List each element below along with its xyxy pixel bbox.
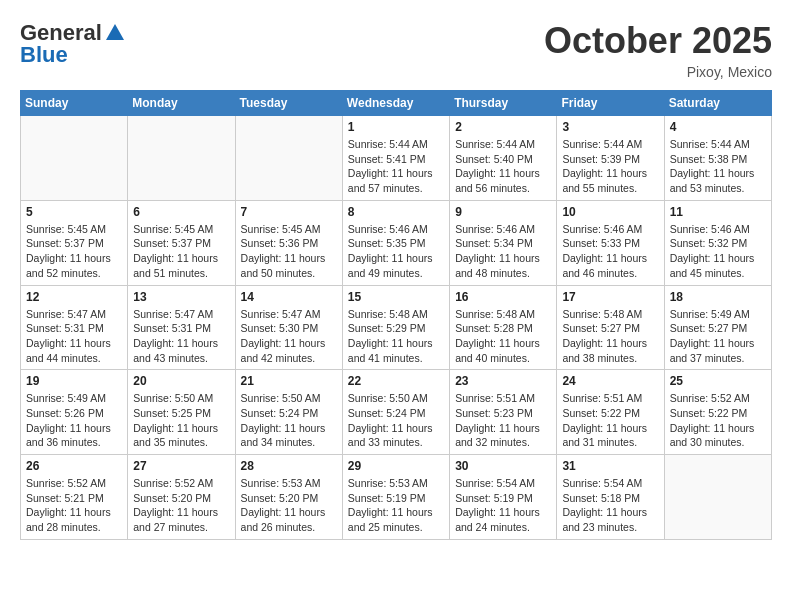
calendar-cell: 15Sunrise: 5:48 AM Sunset: 5:29 PM Dayli… [342, 285, 449, 370]
day-number: 30 [455, 459, 551, 473]
day-number: 1 [348, 120, 444, 134]
calendar-cell: 2Sunrise: 5:44 AM Sunset: 5:40 PM Daylig… [450, 116, 557, 201]
day-info: Sunrise: 5:44 AM Sunset: 5:40 PM Dayligh… [455, 137, 551, 196]
calendar-cell: 22Sunrise: 5:50 AM Sunset: 5:24 PM Dayli… [342, 370, 449, 455]
calendar-cell [664, 455, 771, 540]
calendar-week-row: 5Sunrise: 5:45 AM Sunset: 5:37 PM Daylig… [21, 200, 772, 285]
calendar-cell: 26Sunrise: 5:52 AM Sunset: 5:21 PM Dayli… [21, 455, 128, 540]
calendar-cell: 6Sunrise: 5:45 AM Sunset: 5:37 PM Daylig… [128, 200, 235, 285]
day-number: 14 [241, 290, 337, 304]
calendar-cell: 28Sunrise: 5:53 AM Sunset: 5:20 PM Dayli… [235, 455, 342, 540]
day-info: Sunrise: 5:48 AM Sunset: 5:27 PM Dayligh… [562, 307, 658, 366]
day-info: Sunrise: 5:46 AM Sunset: 5:35 PM Dayligh… [348, 222, 444, 281]
day-number: 17 [562, 290, 658, 304]
header-saturday: Saturday [664, 91, 771, 116]
day-number: 2 [455, 120, 551, 134]
calendar-cell [21, 116, 128, 201]
calendar-cell: 4Sunrise: 5:44 AM Sunset: 5:38 PM Daylig… [664, 116, 771, 201]
day-number: 9 [455, 205, 551, 219]
day-number: 16 [455, 290, 551, 304]
day-info: Sunrise: 5:50 AM Sunset: 5:25 PM Dayligh… [133, 391, 229, 450]
day-info: Sunrise: 5:45 AM Sunset: 5:36 PM Dayligh… [241, 222, 337, 281]
calendar-cell: 31Sunrise: 5:54 AM Sunset: 5:18 PM Dayli… [557, 455, 664, 540]
title-block: October 2025 Pixoy, Mexico [544, 20, 772, 80]
calendar-cell: 7Sunrise: 5:45 AM Sunset: 5:36 PM Daylig… [235, 200, 342, 285]
day-info: Sunrise: 5:48 AM Sunset: 5:29 PM Dayligh… [348, 307, 444, 366]
day-info: Sunrise: 5:44 AM Sunset: 5:39 PM Dayligh… [562, 137, 658, 196]
day-number: 13 [133, 290, 229, 304]
day-number: 3 [562, 120, 658, 134]
day-info: Sunrise: 5:51 AM Sunset: 5:22 PM Dayligh… [562, 391, 658, 450]
header-tuesday: Tuesday [235, 91, 342, 116]
day-number: 26 [26, 459, 122, 473]
calendar-cell: 10Sunrise: 5:46 AM Sunset: 5:33 PM Dayli… [557, 200, 664, 285]
calendar-week-row: 26Sunrise: 5:52 AM Sunset: 5:21 PM Dayli… [21, 455, 772, 540]
calendar-cell: 5Sunrise: 5:45 AM Sunset: 5:37 PM Daylig… [21, 200, 128, 285]
day-number: 28 [241, 459, 337, 473]
day-number: 29 [348, 459, 444, 473]
calendar-cell: 17Sunrise: 5:48 AM Sunset: 5:27 PM Dayli… [557, 285, 664, 370]
calendar-cell: 16Sunrise: 5:48 AM Sunset: 5:28 PM Dayli… [450, 285, 557, 370]
day-number: 20 [133, 374, 229, 388]
day-info: Sunrise: 5:47 AM Sunset: 5:31 PM Dayligh… [26, 307, 122, 366]
month-title: October 2025 [544, 20, 772, 62]
day-info: Sunrise: 5:46 AM Sunset: 5:33 PM Dayligh… [562, 222, 658, 281]
calendar-week-row: 12Sunrise: 5:47 AM Sunset: 5:31 PM Dayli… [21, 285, 772, 370]
calendar-cell [235, 116, 342, 201]
calendar-cell: 14Sunrise: 5:47 AM Sunset: 5:30 PM Dayli… [235, 285, 342, 370]
day-number: 22 [348, 374, 444, 388]
day-number: 31 [562, 459, 658, 473]
day-info: Sunrise: 5:46 AM Sunset: 5:32 PM Dayligh… [670, 222, 766, 281]
calendar-table: Sunday Monday Tuesday Wednesday Thursday… [20, 90, 772, 540]
logo: General Blue [20, 20, 128, 68]
calendar-cell: 30Sunrise: 5:54 AM Sunset: 5:19 PM Dayli… [450, 455, 557, 540]
calendar-cell: 3Sunrise: 5:44 AM Sunset: 5:39 PM Daylig… [557, 116, 664, 201]
day-info: Sunrise: 5:52 AM Sunset: 5:21 PM Dayligh… [26, 476, 122, 535]
calendar-cell: 8Sunrise: 5:46 AM Sunset: 5:35 PM Daylig… [342, 200, 449, 285]
day-info: Sunrise: 5:49 AM Sunset: 5:26 PM Dayligh… [26, 391, 122, 450]
calendar-cell: 27Sunrise: 5:52 AM Sunset: 5:20 PM Dayli… [128, 455, 235, 540]
calendar-cell: 24Sunrise: 5:51 AM Sunset: 5:22 PM Dayli… [557, 370, 664, 455]
calendar-cell [128, 116, 235, 201]
day-number: 19 [26, 374, 122, 388]
calendar-cell: 18Sunrise: 5:49 AM Sunset: 5:27 PM Dayli… [664, 285, 771, 370]
calendar-cell: 9Sunrise: 5:46 AM Sunset: 5:34 PM Daylig… [450, 200, 557, 285]
day-info: Sunrise: 5:48 AM Sunset: 5:28 PM Dayligh… [455, 307, 551, 366]
day-info: Sunrise: 5:54 AM Sunset: 5:18 PM Dayligh… [562, 476, 658, 535]
day-number: 11 [670, 205, 766, 219]
day-info: Sunrise: 5:45 AM Sunset: 5:37 PM Dayligh… [133, 222, 229, 281]
calendar-cell: 29Sunrise: 5:53 AM Sunset: 5:19 PM Dayli… [342, 455, 449, 540]
day-info: Sunrise: 5:52 AM Sunset: 5:22 PM Dayligh… [670, 391, 766, 450]
calendar-cell: 20Sunrise: 5:50 AM Sunset: 5:25 PM Dayli… [128, 370, 235, 455]
calendar-cell: 11Sunrise: 5:46 AM Sunset: 5:32 PM Dayli… [664, 200, 771, 285]
day-number: 18 [670, 290, 766, 304]
day-info: Sunrise: 5:53 AM Sunset: 5:20 PM Dayligh… [241, 476, 337, 535]
page-header: General Blue October 2025 Pixoy, Mexico [20, 20, 772, 80]
day-number: 21 [241, 374, 337, 388]
location: Pixoy, Mexico [544, 64, 772, 80]
day-info: Sunrise: 5:49 AM Sunset: 5:27 PM Dayligh… [670, 307, 766, 366]
day-number: 27 [133, 459, 229, 473]
day-number: 24 [562, 374, 658, 388]
day-number: 23 [455, 374, 551, 388]
day-number: 25 [670, 374, 766, 388]
header-sunday: Sunday [21, 91, 128, 116]
day-info: Sunrise: 5:53 AM Sunset: 5:19 PM Dayligh… [348, 476, 444, 535]
day-info: Sunrise: 5:47 AM Sunset: 5:30 PM Dayligh… [241, 307, 337, 366]
calendar-cell: 21Sunrise: 5:50 AM Sunset: 5:24 PM Dayli… [235, 370, 342, 455]
day-info: Sunrise: 5:47 AM Sunset: 5:31 PM Dayligh… [133, 307, 229, 366]
calendar-cell: 12Sunrise: 5:47 AM Sunset: 5:31 PM Dayli… [21, 285, 128, 370]
calendar-cell: 19Sunrise: 5:49 AM Sunset: 5:26 PM Dayli… [21, 370, 128, 455]
logo-icon [104, 22, 126, 44]
weekday-header-row: Sunday Monday Tuesday Wednesday Thursday… [21, 91, 772, 116]
calendar-cell: 13Sunrise: 5:47 AM Sunset: 5:31 PM Dayli… [128, 285, 235, 370]
calendar-cell: 25Sunrise: 5:52 AM Sunset: 5:22 PM Dayli… [664, 370, 771, 455]
calendar-week-row: 19Sunrise: 5:49 AM Sunset: 5:26 PM Dayli… [21, 370, 772, 455]
calendar-cell: 1Sunrise: 5:44 AM Sunset: 5:41 PM Daylig… [342, 116, 449, 201]
day-info: Sunrise: 5:51 AM Sunset: 5:23 PM Dayligh… [455, 391, 551, 450]
day-info: Sunrise: 5:52 AM Sunset: 5:20 PM Dayligh… [133, 476, 229, 535]
calendar-cell: 23Sunrise: 5:51 AM Sunset: 5:23 PM Dayli… [450, 370, 557, 455]
day-info: Sunrise: 5:45 AM Sunset: 5:37 PM Dayligh… [26, 222, 122, 281]
day-info: Sunrise: 5:44 AM Sunset: 5:38 PM Dayligh… [670, 137, 766, 196]
day-info: Sunrise: 5:46 AM Sunset: 5:34 PM Dayligh… [455, 222, 551, 281]
